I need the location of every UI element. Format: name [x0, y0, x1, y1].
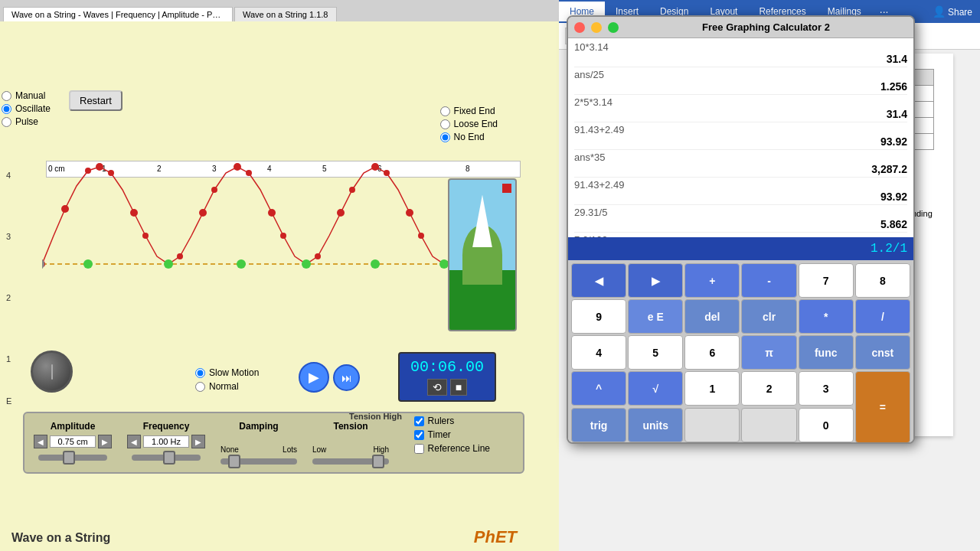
calc-history-entry: 29.31/5 5.862	[574, 207, 907, 233]
amplitude-track[interactable]	[38, 455, 107, 461]
rulers-checkbox[interactable]: Rulers	[414, 416, 490, 426]
svg-point-25	[418, 233, 424, 239]
calc-2[interactable]: 2	[741, 371, 796, 406]
calc-3[interactable]: 3	[799, 371, 854, 406]
mode-manual[interactable]: Manual	[2, 90, 51, 101]
svg-point-18	[177, 253, 183, 259]
calculator-window: Free Graphing Calculator 2 10*3.14 31.4 …	[567, 15, 915, 444]
svg-point-2	[96, 163, 103, 171]
calc-minimize-button[interactable]	[591, 22, 602, 33]
damping-thumb[interactable]	[228, 455, 240, 468]
calc-history-entry: ans*35 3,287.2	[574, 152, 907, 178]
calc-trig[interactable]: trig	[571, 408, 626, 442]
svg-point-6	[234, 163, 241, 171]
calculator-titlebar: Free Graphing Calculator 2	[568, 17, 913, 38]
motion-normal[interactable]: Normal	[195, 381, 259, 392]
calc-empty1	[684, 408, 740, 442]
svg-point-17	[142, 233, 149, 239]
svg-point-24	[384, 170, 390, 176]
svg-point-7	[268, 209, 276, 217]
frequency-increase-button[interactable]: ▶	[191, 435, 205, 448]
calculator-title: Free Graphing Calculator 2	[625, 21, 907, 33]
restart-button[interactable]: Restart	[69, 90, 122, 111]
calc-8[interactable]: 8	[855, 263, 910, 298]
reference-line-checkbox[interactable]: Reference Line	[414, 443, 490, 454]
timer-checkbox[interactable]: Timer	[414, 429, 490, 440]
step-button[interactable]: ⏭	[333, 364, 360, 391]
calc-plus[interactable]: +	[684, 263, 740, 298]
frequency-track[interactable]	[132, 455, 201, 461]
calc-divide[interactable]: /	[855, 299, 910, 334]
calc-empty2	[741, 408, 796, 442]
svg-point-1	[61, 205, 69, 213]
svg-point-31	[302, 259, 311, 269]
amplitude-thumb[interactable]	[63, 451, 75, 465]
end-none[interactable]: No End	[440, 132, 498, 142]
calc-units[interactable]: units	[628, 408, 683, 442]
calc-4[interactable]: 4	[571, 335, 626, 370]
calc-power[interactable]: ^	[571, 371, 626, 406]
ribbon-share-button[interactable]: 👤 Share	[925, 1, 980, 22]
svg-point-21	[280, 233, 286, 239]
timer-stop-button[interactable]: ■	[450, 379, 467, 396]
amplitude-decrease-button[interactable]: ◀	[34, 435, 47, 448]
svg-point-9	[337, 209, 345, 217]
motion-controls: Slow Motion Normal	[195, 367, 259, 392]
mode-oscillate[interactable]: Oscillate	[2, 103, 51, 114]
calc-history-entry: ans/25 1.256	[574, 69, 907, 95]
calc-func[interactable]: func	[799, 335, 854, 370]
calc-5[interactable]: 5	[628, 335, 683, 370]
amplitude-slider-row: ◀ 0.75 cm ▶	[34, 435, 112, 448]
calc-pi[interactable]: π	[741, 335, 796, 370]
timer-reset-button[interactable]: ⟲	[427, 379, 447, 396]
amplitude-increase-button[interactable]: ▶	[98, 435, 112, 448]
calc-right-arrow[interactable]: ▶	[628, 263, 683, 298]
frequency-decrease-button[interactable]: ◀	[127, 435, 141, 448]
svg-point-16	[108, 170, 114, 176]
svg-point-20	[246, 170, 252, 176]
svg-point-30	[237, 259, 246, 269]
frequency-slider-row: ◀ 1.00 Hz ▶	[127, 435, 205, 448]
calc-9[interactable]: 9	[571, 299, 626, 334]
calc-1[interactable]: 1	[684, 371, 740, 406]
svg-point-5	[199, 209, 207, 217]
timer-buttons: ⟲ ■	[427, 379, 467, 396]
damping-track[interactable]	[220, 458, 297, 465]
end-loose[interactable]: Loose End	[440, 119, 498, 129]
play-button[interactable]: ▶	[299, 362, 329, 393]
oscillator-knob[interactable]	[31, 350, 73, 393]
tension-track[interactable]	[312, 458, 389, 465]
browser-tab-sim[interactable]: Wave on a String - Waves | Frequency | A…	[3, 7, 233, 21]
calc-6[interactable]: 6	[684, 335, 740, 370]
end-fixed[interactable]: Fixed End	[440, 106, 498, 116]
calc-cnst[interactable]: cnst	[855, 335, 910, 370]
mode-pulse[interactable]: Pulse	[2, 116, 51, 127]
calc-sqrt[interactable]: √	[628, 371, 683, 406]
damping-control: Damping None Lots	[220, 421, 297, 465]
calculator-history[interactable]: 10*3.14 31.4 ans/25 1.256 2*5*3.14 31.4 …	[568, 38, 913, 237]
calc-del[interactable]: del	[684, 299, 740, 334]
calc-multiply[interactable]: *	[799, 299, 854, 334]
calc-close-button[interactable]	[574, 22, 585, 33]
checkboxes-panel: Rulers Timer Reference Line	[414, 416, 490, 454]
frequency-control: Frequency ◀ 1.00 Hz ▶	[127, 421, 205, 461]
calc-0[interactable]: 0	[799, 408, 854, 442]
calc-maximize-button[interactable]	[608, 22, 619, 33]
end-type-controls: Fixed End Loose End No End	[440, 106, 498, 142]
calc-left-arrow[interactable]: ◀	[571, 263, 626, 298]
calc-eE[interactable]: e E	[628, 299, 683, 334]
svg-point-29	[164, 259, 173, 269]
calc-equals[interactable]: =	[855, 371, 910, 443]
tension-thumb[interactable]	[372, 455, 384, 468]
frequency-thumb[interactable]	[163, 451, 175, 465]
svg-point-3	[130, 209, 138, 217]
motion-slow[interactable]: Slow Motion	[195, 367, 259, 378]
browser-tab-wave[interactable]: Wave on a String 1.1.8	[234, 7, 337, 21]
calc-minus[interactable]: -	[741, 263, 796, 298]
calc-clr[interactable]: clr	[741, 299, 796, 334]
svg-point-28	[83, 259, 93, 269]
timer-display: 00:06.00 ⟲ ■	[398, 352, 496, 402]
simulation-area: Manual Oscillate Pulse Restart Fixed End…	[0, 21, 559, 551]
mode-controls: Manual Oscillate Pulse	[2, 90, 51, 127]
calc-7[interactable]: 7	[799, 263, 854, 298]
